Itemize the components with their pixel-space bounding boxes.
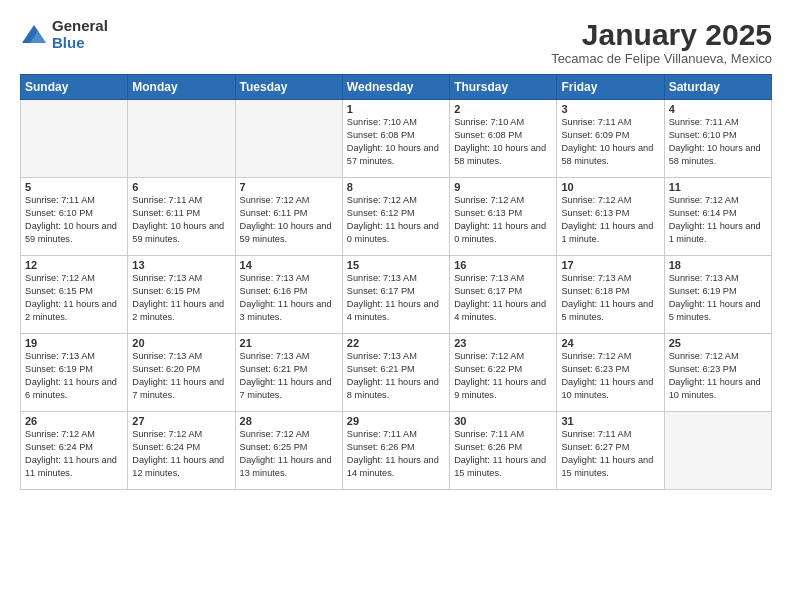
day-info: Sunrise: 7:13 AM Sunset: 6:18 PM Dayligh… xyxy=(561,272,659,324)
calendar-cell: 1Sunrise: 7:10 AM Sunset: 6:08 PM Daylig… xyxy=(342,100,449,178)
calendar-cell: 5Sunrise: 7:11 AM Sunset: 6:10 PM Daylig… xyxy=(21,178,128,256)
day-number: 7 xyxy=(240,181,338,193)
day-number: 5 xyxy=(25,181,123,193)
col-tuesday: Tuesday xyxy=(235,75,342,100)
week-row-3: 12Sunrise: 7:12 AM Sunset: 6:15 PM Dayli… xyxy=(21,256,772,334)
day-number: 18 xyxy=(669,259,767,271)
day-number: 11 xyxy=(669,181,767,193)
week-row-5: 26Sunrise: 7:12 AM Sunset: 6:24 PM Dayli… xyxy=(21,412,772,490)
logo-text: General Blue xyxy=(52,18,108,51)
day-info: Sunrise: 7:13 AM Sunset: 6:19 PM Dayligh… xyxy=(25,350,123,402)
day-number: 15 xyxy=(347,259,445,271)
day-number: 2 xyxy=(454,103,552,115)
calendar-cell: 14Sunrise: 7:13 AM Sunset: 6:16 PM Dayli… xyxy=(235,256,342,334)
day-number: 10 xyxy=(561,181,659,193)
calendar-cell xyxy=(664,412,771,490)
calendar-cell: 28Sunrise: 7:12 AM Sunset: 6:25 PM Dayli… xyxy=(235,412,342,490)
header-row: Sunday Monday Tuesday Wednesday Thursday… xyxy=(21,75,772,100)
day-info: Sunrise: 7:12 AM Sunset: 6:14 PM Dayligh… xyxy=(669,194,767,246)
day-number: 29 xyxy=(347,415,445,427)
calendar-cell: 18Sunrise: 7:13 AM Sunset: 6:19 PM Dayli… xyxy=(664,256,771,334)
day-info: Sunrise: 7:11 AM Sunset: 6:10 PM Dayligh… xyxy=(25,194,123,246)
day-number: 26 xyxy=(25,415,123,427)
day-number: 20 xyxy=(132,337,230,349)
calendar-cell: 11Sunrise: 7:12 AM Sunset: 6:14 PM Dayli… xyxy=(664,178,771,256)
calendar-cell: 7Sunrise: 7:12 AM Sunset: 6:11 PM Daylig… xyxy=(235,178,342,256)
day-number: 4 xyxy=(669,103,767,115)
week-row-2: 5Sunrise: 7:11 AM Sunset: 6:10 PM Daylig… xyxy=(21,178,772,256)
day-info: Sunrise: 7:12 AM Sunset: 6:22 PM Dayligh… xyxy=(454,350,552,402)
calendar-cell: 25Sunrise: 7:12 AM Sunset: 6:23 PM Dayli… xyxy=(664,334,771,412)
day-info: Sunrise: 7:12 AM Sunset: 6:13 PM Dayligh… xyxy=(561,194,659,246)
day-info: Sunrise: 7:11 AM Sunset: 6:09 PM Dayligh… xyxy=(561,116,659,168)
col-monday: Monday xyxy=(128,75,235,100)
day-number: 13 xyxy=(132,259,230,271)
day-info: Sunrise: 7:12 AM Sunset: 6:23 PM Dayligh… xyxy=(561,350,659,402)
day-number: 28 xyxy=(240,415,338,427)
calendar-cell xyxy=(235,100,342,178)
calendar-cell xyxy=(21,100,128,178)
day-info: Sunrise: 7:10 AM Sunset: 6:08 PM Dayligh… xyxy=(347,116,445,168)
calendar-cell: 2Sunrise: 7:10 AM Sunset: 6:08 PM Daylig… xyxy=(450,100,557,178)
day-info: Sunrise: 7:10 AM Sunset: 6:08 PM Dayligh… xyxy=(454,116,552,168)
day-number: 3 xyxy=(561,103,659,115)
day-number: 21 xyxy=(240,337,338,349)
day-info: Sunrise: 7:13 AM Sunset: 6:17 PM Dayligh… xyxy=(454,272,552,324)
day-info: Sunrise: 7:13 AM Sunset: 6:17 PM Dayligh… xyxy=(347,272,445,324)
day-number: 19 xyxy=(25,337,123,349)
day-number: 17 xyxy=(561,259,659,271)
col-thursday: Thursday xyxy=(450,75,557,100)
calendar-cell: 6Sunrise: 7:11 AM Sunset: 6:11 PM Daylig… xyxy=(128,178,235,256)
logo-blue: Blue xyxy=(52,35,108,52)
calendar-title: January 2025 xyxy=(551,18,772,51)
calendar-cell: 15Sunrise: 7:13 AM Sunset: 6:17 PM Dayli… xyxy=(342,256,449,334)
day-number: 24 xyxy=(561,337,659,349)
calendar-cell: 30Sunrise: 7:11 AM Sunset: 6:26 PM Dayli… xyxy=(450,412,557,490)
calendar-cell: 20Sunrise: 7:13 AM Sunset: 6:20 PM Dayli… xyxy=(128,334,235,412)
week-row-1: 1Sunrise: 7:10 AM Sunset: 6:08 PM Daylig… xyxy=(21,100,772,178)
logo-general: General xyxy=(52,18,108,35)
calendar-table: Sunday Monday Tuesday Wednesday Thursday… xyxy=(20,74,772,490)
calendar-cell: 17Sunrise: 7:13 AM Sunset: 6:18 PM Dayli… xyxy=(557,256,664,334)
calendar-cell: 21Sunrise: 7:13 AM Sunset: 6:21 PM Dayli… xyxy=(235,334,342,412)
day-info: Sunrise: 7:12 AM Sunset: 6:13 PM Dayligh… xyxy=(454,194,552,246)
calendar-cell: 10Sunrise: 7:12 AM Sunset: 6:13 PM Dayli… xyxy=(557,178,664,256)
calendar-cell: 29Sunrise: 7:11 AM Sunset: 6:26 PM Dayli… xyxy=(342,412,449,490)
calendar-cell: 26Sunrise: 7:12 AM Sunset: 6:24 PM Dayli… xyxy=(21,412,128,490)
day-info: Sunrise: 7:12 AM Sunset: 6:25 PM Dayligh… xyxy=(240,428,338,480)
calendar-cell: 3Sunrise: 7:11 AM Sunset: 6:09 PM Daylig… xyxy=(557,100,664,178)
day-number: 9 xyxy=(454,181,552,193)
day-info: Sunrise: 7:11 AM Sunset: 6:26 PM Dayligh… xyxy=(347,428,445,480)
logo-icon xyxy=(20,21,48,49)
page: General Blue January 2025 Tecamac de Fel… xyxy=(0,0,792,612)
day-info: Sunrise: 7:11 AM Sunset: 6:11 PM Dayligh… xyxy=(132,194,230,246)
day-info: Sunrise: 7:12 AM Sunset: 6:11 PM Dayligh… xyxy=(240,194,338,246)
logo: General Blue xyxy=(20,18,108,51)
calendar-cell: 31Sunrise: 7:11 AM Sunset: 6:27 PM Dayli… xyxy=(557,412,664,490)
day-number: 1 xyxy=(347,103,445,115)
day-number: 6 xyxy=(132,181,230,193)
day-info: Sunrise: 7:12 AM Sunset: 6:24 PM Dayligh… xyxy=(25,428,123,480)
day-number: 16 xyxy=(454,259,552,271)
day-info: Sunrise: 7:13 AM Sunset: 6:16 PM Dayligh… xyxy=(240,272,338,324)
day-number: 25 xyxy=(669,337,767,349)
calendar-cell: 19Sunrise: 7:13 AM Sunset: 6:19 PM Dayli… xyxy=(21,334,128,412)
calendar-cell xyxy=(128,100,235,178)
day-info: Sunrise: 7:13 AM Sunset: 6:21 PM Dayligh… xyxy=(240,350,338,402)
day-number: 23 xyxy=(454,337,552,349)
calendar-cell: 27Sunrise: 7:12 AM Sunset: 6:24 PM Dayli… xyxy=(128,412,235,490)
day-number: 30 xyxy=(454,415,552,427)
day-info: Sunrise: 7:11 AM Sunset: 6:10 PM Dayligh… xyxy=(669,116,767,168)
title-block: January 2025 Tecamac de Felipe Villanuev… xyxy=(551,18,772,66)
calendar-cell: 23Sunrise: 7:12 AM Sunset: 6:22 PM Dayli… xyxy=(450,334,557,412)
col-friday: Friday xyxy=(557,75,664,100)
calendar-cell: 12Sunrise: 7:12 AM Sunset: 6:15 PM Dayli… xyxy=(21,256,128,334)
day-number: 27 xyxy=(132,415,230,427)
calendar-cell: 13Sunrise: 7:13 AM Sunset: 6:15 PM Dayli… xyxy=(128,256,235,334)
week-row-4: 19Sunrise: 7:13 AM Sunset: 6:19 PM Dayli… xyxy=(21,334,772,412)
calendar-subtitle: Tecamac de Felipe Villanueva, Mexico xyxy=(551,51,772,66)
day-info: Sunrise: 7:11 AM Sunset: 6:26 PM Dayligh… xyxy=(454,428,552,480)
day-number: 22 xyxy=(347,337,445,349)
day-info: Sunrise: 7:12 AM Sunset: 6:23 PM Dayligh… xyxy=(669,350,767,402)
day-info: Sunrise: 7:13 AM Sunset: 6:20 PM Dayligh… xyxy=(132,350,230,402)
